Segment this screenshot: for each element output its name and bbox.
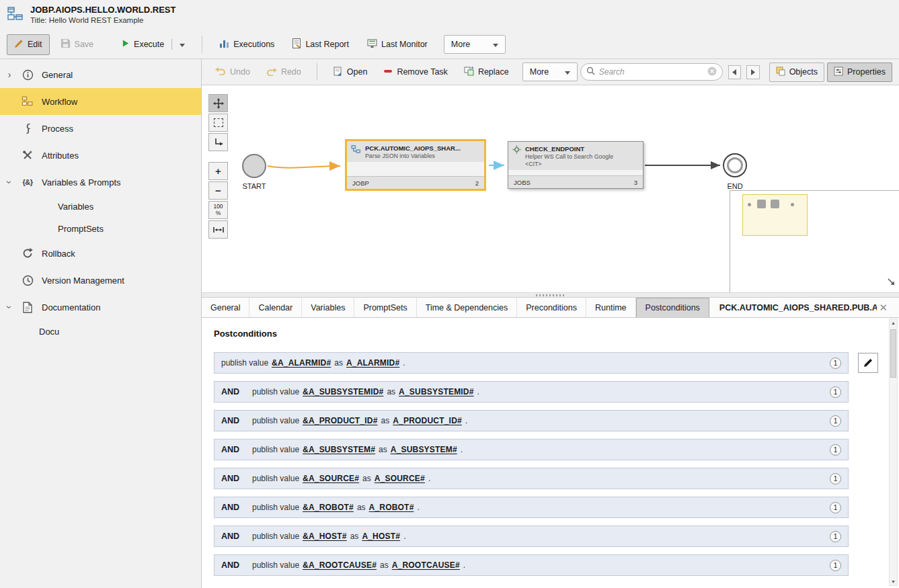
redo-button[interactable]: Redo: [260, 63, 308, 81]
target-variable-link[interactable]: A_SUBSYSTEM#: [391, 445, 457, 454]
source-variable-link[interactable]: &A_ROOTCAUSE#: [303, 560, 377, 570]
sidebar-item-promptsets[interactable]: PromptSets: [0, 218, 201, 240]
tab-preconditions[interactable]: Preconditions: [517, 298, 586, 317]
tab-postconditions[interactable]: Postconditions: [636, 298, 709, 317]
chevron-expanded-icon[interactable]: ›: [4, 178, 15, 186]
selected-object-title: PCK.AUTOMIC_AIOPS_SHARED.PUB.ACTIO...: [719, 298, 877, 317]
target-variable-link[interactable]: A_SUBSYSTEMID#: [399, 387, 474, 396]
source-variable-link[interactable]: &A_SUBSYSTEMID#: [303, 387, 383, 396]
scroll-down-icon[interactable]: ▼: [890, 579, 897, 584]
sidebar-item-docu[interactable]: Docu: [0, 321, 201, 343]
sidebar-item-version-management[interactable]: › Version Management: [0, 267, 201, 294]
arrow-right-icon: [751, 69, 755, 75]
source-variable-link[interactable]: &A_PRODUCT_ID#: [303, 416, 378, 425]
tab-time-dependencies[interactable]: Time & Dependencies: [417, 298, 518, 317]
zoom-in-button[interactable]: +: [208, 162, 228, 180]
postcondition-row[interactable]: AND publish value &A_ROOTCAUSE# as A_ROO…: [214, 554, 849, 576]
clear-search-icon[interactable]: [707, 67, 717, 78]
sidebar-item-variables[interactable]: Variables: [0, 196, 201, 218]
task-node-subtitle: Helper WS Call to Search Google: [525, 153, 613, 161]
sidebar-item-rollback[interactable]: › Rollback: [0, 240, 201, 267]
canvas-more-dropdown[interactable]: More: [522, 62, 578, 81]
execute-button[interactable]: Execute: [114, 34, 192, 54]
target-variable-link[interactable]: A_ROOTCAUSE#: [392, 560, 460, 570]
source-variable-link[interactable]: &A_HOST#: [303, 532, 347, 541]
save-button[interactable]: Save: [53, 34, 102, 55]
next-match-button[interactable]: [746, 65, 759, 79]
redo-icon: [266, 68, 277, 76]
toolbar-separator: [317, 63, 317, 81]
tab-variables[interactable]: Variables: [302, 298, 354, 317]
edit-condition-button[interactable]: [858, 353, 878, 373]
minimap-viewport[interactable]: [742, 194, 808, 236]
arrow-left-icon: [732, 69, 736, 75]
and-operator: AND: [221, 560, 252, 570]
more-dropdown[interactable]: More: [444, 35, 506, 54]
sidebar-item-workflow[interactable]: › Workflow: [0, 88, 201, 115]
scrollbar-thumb[interactable]: [890, 329, 896, 378]
last-monitor-button[interactable]: Last Monitor: [360, 34, 435, 55]
objects-panel-button[interactable]: Objects: [769, 62, 824, 82]
condition-text: publish value &A_PRODUCT_ID# as A_PRODUC…: [252, 416, 467, 425]
target-variable-link[interactable]: A_PRODUCT_ID#: [393, 416, 462, 425]
properties-panel-button[interactable]: Properties: [827, 62, 892, 82]
jobs-mini-icon: [512, 145, 521, 156]
panel-splitter[interactable]: [202, 292, 899, 298]
postcondition-row[interactable]: AND publish value &A_ROBOT# as A_ROBOT# …: [214, 497, 849, 518]
canvas-resize-corner-icon[interactable]: [887, 278, 896, 288]
executions-button[interactable]: Executions: [212, 34, 282, 55]
postcondition-row[interactable]: AND publish value &A_PRODUCT_ID# as A_PR…: [214, 410, 849, 431]
sidebar-item-variables-prompts[interactable]: › {&} Variables & Prompts: [0, 169, 201, 196]
execute-dropdown-caret-icon[interactable]: [180, 40, 185, 49]
panel-scrollbar[interactable]: ▲ ▼: [889, 319, 898, 586]
condition-text: publish value &A_SUBSYSTEMID# as A_SUBSY…: [252, 387, 479, 396]
target-variable-link[interactable]: A_ALARMID#: [346, 358, 399, 368]
condition-count-badge: 1: [830, 502, 841, 513]
tab-runtime[interactable]: Runtime: [586, 298, 636, 317]
source-variable-link[interactable]: &A_ALARMID#: [272, 358, 331, 368]
zoom-out-button[interactable]: −: [208, 181, 228, 200]
replace-button[interactable]: Replace: [457, 62, 516, 82]
connector-tool-button[interactable]: [208, 133, 228, 151]
sidebar-item-attributes[interactable]: › Attributes: [0, 142, 201, 169]
postcondition-row[interactable]: AND publish value &A_HOST# as A_HOST# . …: [214, 526, 849, 547]
undo-button[interactable]: Undo: [208, 63, 257, 81]
zoom-reset-button[interactable]: 100 %: [208, 201, 228, 219]
workflow-end-node[interactable]: [723, 153, 747, 177]
workflow-start-node[interactable]: [242, 154, 266, 178]
last-report-button[interactable]: Last Report: [285, 34, 356, 55]
chevron-right-icon[interactable]: ›: [5, 69, 13, 80]
marquee-select-tool-button[interactable]: [208, 114, 228, 132]
sidebar-item-documentation[interactable]: › Documentation: [0, 294, 201, 321]
fit-width-button[interactable]: [208, 220, 228, 239]
sidebar-item-process[interactable]: › Process: [0, 115, 201, 142]
condition-period: .: [477, 387, 479, 396]
workflow-task-node[interactable]: CHECK_ENDPOINT Helper WS Call to Search …: [508, 141, 643, 189]
postcondition-row[interactable]: publish value &A_ALARMID# as A_ALARMID# …: [214, 352, 849, 374]
sidebar-item-general[interactable]: › General: [0, 61, 201, 88]
workflow-task-node-selected[interactable]: PCK.AUTOMIC_AIOPS_SHAR... Parse JSON int…: [345, 139, 486, 191]
tab-promptsets[interactable]: PromptSets: [354, 298, 416, 317]
scroll-up-icon[interactable]: ▲: [890, 321, 897, 325]
more-dropdown-label: More: [451, 40, 470, 49]
search-input[interactable]: [599, 67, 703, 77]
edit-button[interactable]: Edit: [7, 34, 50, 55]
workflow-canvas[interactable]: + − 100 %: [202, 85, 899, 292]
source-variable-link[interactable]: &A_SUBSYSTEM#: [303, 445, 375, 454]
previous-match-button[interactable]: [728, 65, 741, 79]
chevron-expanded-icon[interactable]: ›: [4, 303, 15, 311]
source-variable-link[interactable]: &A_SOURCE#: [303, 474, 359, 483]
postcondition-row[interactable]: AND publish value &A_SOURCE# as A_SOURCE…: [214, 468, 849, 489]
tab-calendar[interactable]: Calendar: [249, 298, 302, 317]
close-icon[interactable]: ✕: [877, 298, 890, 317]
source-variable-link[interactable]: &A_ROBOT#: [303, 503, 354, 512]
open-button[interactable]: Open: [326, 62, 375, 82]
tab-general[interactable]: General: [202, 298, 249, 317]
remove-task-button[interactable]: Remove Task: [377, 62, 455, 82]
target-variable-link[interactable]: A_SOURCE#: [375, 474, 425, 483]
postcondition-row[interactable]: AND publish value &A_SUBSYSTEMID# as A_S…: [214, 381, 849, 403]
target-variable-link[interactable]: A_HOST#: [362, 532, 400, 541]
postcondition-row[interactable]: AND publish value &A_SUBSYSTEM# as A_SUB…: [214, 439, 849, 460]
target-variable-link[interactable]: A_ROBOT#: [369, 503, 414, 512]
pan-tool-button[interactable]: [208, 94, 228, 112]
